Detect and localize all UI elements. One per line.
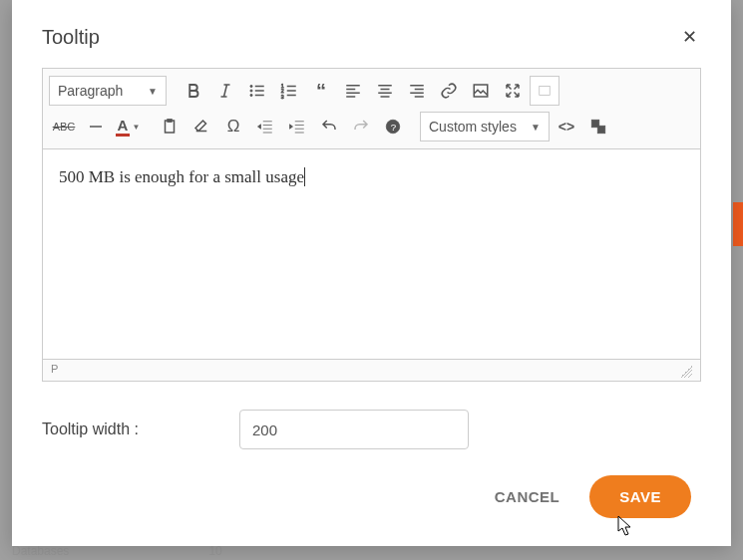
chevron-down-icon: ▼ xyxy=(531,122,541,133)
editor-toolbar: Paragraph ▼ 123 xyxy=(43,69,700,149)
list-ol-icon: 123 xyxy=(280,82,298,100)
align-right-icon xyxy=(408,82,426,100)
blockquote-button[interactable]: “ xyxy=(306,76,336,106)
close-icon: ✕ xyxy=(682,27,697,47)
omega-icon: Ω xyxy=(227,117,240,137)
svg-point-1 xyxy=(250,90,252,92)
list-ul-icon xyxy=(248,82,266,100)
svg-rect-13 xyxy=(597,126,605,134)
editor-text: 500 MB is enough for a small usage xyxy=(59,167,304,186)
styles-select[interactable]: Custom styles ▼ xyxy=(420,112,550,141)
editor-content-area[interactable]: 500 MB is enough for a small usage xyxy=(43,149,700,359)
tooltip-width-row: Tooltip width : xyxy=(42,382,701,449)
text-cursor xyxy=(304,167,305,186)
image-button[interactable] xyxy=(466,76,496,106)
mouse-pointer-icon xyxy=(615,515,633,542)
element-path: P xyxy=(51,363,58,378)
fullscreen-button[interactable] xyxy=(498,76,528,106)
remove-format-button[interactable] xyxy=(186,112,216,141)
link-icon xyxy=(440,82,458,100)
text-color-icon: A xyxy=(116,117,131,137)
paste-button[interactable] xyxy=(155,112,185,141)
align-right-button[interactable] xyxy=(402,76,432,106)
source-button[interactable]: <> xyxy=(552,112,581,141)
text-color-button[interactable]: A ▼ xyxy=(113,112,143,141)
unordered-list-button[interactable] xyxy=(242,76,272,106)
background-value: 10 xyxy=(208,544,221,558)
code-icon: <> xyxy=(558,119,574,135)
svg-text:?: ? xyxy=(391,122,397,133)
help-icon: ? xyxy=(384,118,402,136)
modal-title: Tooltip xyxy=(42,26,100,49)
toolbar-row-1: Paragraph ▼ 123 xyxy=(47,73,696,109)
svg-text:3: 3 xyxy=(281,94,284,100)
tooltip-width-label: Tooltip width : xyxy=(42,420,239,438)
italic-button[interactable] xyxy=(210,76,240,106)
strikethrough-icon: ABC xyxy=(53,121,76,133)
indent-icon xyxy=(288,118,306,136)
outdent-button[interactable] xyxy=(250,112,280,141)
show-blocks-button[interactable] xyxy=(530,76,559,106)
modal-header: Tooltip ✕ xyxy=(12,0,731,68)
tooltip-modal: Tooltip ✕ Paragraph ▼ xyxy=(12,0,731,546)
strikethrough-button[interactable]: ABC xyxy=(49,112,79,141)
bold-icon xyxy=(185,82,202,100)
blocks-icon xyxy=(536,82,554,100)
translate-icon xyxy=(589,118,607,136)
align-center-button[interactable] xyxy=(370,76,400,106)
svg-rect-7 xyxy=(540,87,551,96)
cancel-button[interactable]: CANCEL xyxy=(495,488,560,505)
chevron-down-icon: ▼ xyxy=(132,123,140,132)
align-left-icon xyxy=(344,82,362,100)
chevron-down-icon: ▼ xyxy=(148,86,158,97)
format-select[interactable]: Paragraph ▼ xyxy=(49,76,167,106)
background-accent xyxy=(733,202,743,246)
resize-handle[interactable] xyxy=(680,366,692,378)
undo-button[interactable] xyxy=(314,112,344,141)
quote-icon: “ xyxy=(316,80,326,103)
eraser-icon xyxy=(192,118,210,136)
ordered-list-button[interactable]: 123 xyxy=(274,76,304,106)
align-left-button[interactable] xyxy=(338,76,368,106)
indent-button[interactable] xyxy=(282,112,312,141)
svg-point-0 xyxy=(250,85,252,87)
hr-icon xyxy=(87,118,105,136)
close-button[interactable]: ✕ xyxy=(678,22,701,52)
expand-icon xyxy=(504,82,522,100)
image-icon xyxy=(472,82,490,100)
redo-icon xyxy=(352,118,370,136)
align-center-icon xyxy=(376,82,394,100)
outdent-icon xyxy=(256,118,274,136)
background-label: Databases xyxy=(12,544,69,558)
svg-rect-9 xyxy=(168,120,173,123)
italic-icon xyxy=(216,82,234,100)
styles-select-label: Custom styles xyxy=(429,119,517,135)
link-button[interactable] xyxy=(434,76,464,106)
editor-status-bar: P xyxy=(43,359,700,381)
bold-button[interactable] xyxy=(179,76,208,106)
redo-button[interactable] xyxy=(346,112,376,141)
tooltip-width-input[interactable] xyxy=(239,410,469,449)
modal-footer: CANCEL SAVE xyxy=(12,449,731,518)
format-select-label: Paragraph xyxy=(58,83,123,99)
svg-point-2 xyxy=(250,94,252,96)
undo-icon xyxy=(320,118,338,136)
clipboard-icon xyxy=(161,118,179,136)
translate-button[interactable] xyxy=(583,112,613,141)
help-button[interactable]: ? xyxy=(378,112,408,141)
toolbar-row-2: ABC A ▼ xyxy=(47,109,696,144)
modal-body: Paragraph ▼ 123 xyxy=(12,68,731,449)
save-button[interactable]: SAVE xyxy=(589,475,691,518)
horizontal-rule-button[interactable] xyxy=(81,112,111,141)
rich-text-editor: Paragraph ▼ 123 xyxy=(42,68,701,382)
background-row: Databases 10 xyxy=(12,544,222,558)
special-char-button[interactable]: Ω xyxy=(218,112,248,141)
